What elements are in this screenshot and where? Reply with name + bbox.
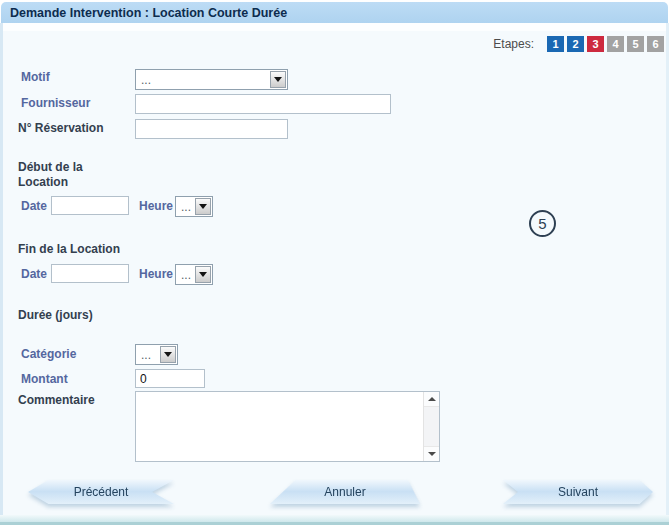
fournisseur-input[interactable] bbox=[135, 94, 391, 114]
motif-select[interactable]: ... bbox=[135, 69, 288, 90]
commentaire-scrollbar[interactable] bbox=[423, 392, 439, 461]
debut-heure-select[interactable]: ... bbox=[175, 196, 213, 217]
fournisseur-label: Fournisseur bbox=[21, 96, 90, 111]
dialog-demande-intervention: Demande Intervention : Location Courte D… bbox=[0, 0, 669, 525]
suivant-button-wrap: Suivant bbox=[503, 480, 653, 504]
categorie-select[interactable]: ... bbox=[135, 344, 178, 365]
scroll-up-icon bbox=[428, 397, 436, 401]
step-indicator-5: 5 bbox=[627, 36, 644, 52]
motif-select-value: ... bbox=[141, 73, 151, 87]
step-indicator-1: 1 bbox=[547, 36, 564, 52]
chevron-down-icon bbox=[199, 272, 207, 277]
scroll-down-icon bbox=[428, 452, 436, 456]
title-bar: Demande Intervention : Location Courte D… bbox=[1, 2, 668, 23]
suivant-button[interactable]: Suivant bbox=[503, 480, 653, 504]
annuler-button-wrap: Annuler bbox=[270, 480, 420, 504]
reservation-label: N° Réservation bbox=[18, 121, 104, 136]
debut-heure-select-value: ... bbox=[181, 200, 191, 214]
categorie-select-value: ... bbox=[141, 348, 151, 362]
fin-heure-label: Heure bbox=[139, 267, 173, 282]
panel-left-border bbox=[0, 23, 3, 517]
step-indicator-6: 6 bbox=[647, 36, 664, 52]
debut-heure-dropdown-button[interactable] bbox=[195, 198, 211, 215]
fin-heure-dropdown-button[interactable] bbox=[195, 266, 211, 283]
categorie-dropdown-button[interactable] bbox=[160, 346, 176, 363]
montant-label: Montant bbox=[21, 372, 68, 387]
annotation-circle-5: 5 bbox=[529, 210, 556, 237]
annuler-button[interactable]: Annuler bbox=[270, 480, 420, 504]
fin-section-label: Fin de la Location bbox=[18, 242, 120, 257]
wizard-steps: Etapes: 1 2 3 4 5 6 bbox=[493, 36, 664, 52]
scroll-down-button[interactable] bbox=[424, 446, 439, 461]
montant-input[interactable] bbox=[135, 369, 205, 388]
chevron-down-icon bbox=[199, 204, 207, 209]
fin-date-label: Date bbox=[21, 267, 47, 282]
header-divider bbox=[1, 23, 668, 31]
motif-dropdown-button[interactable] bbox=[270, 71, 286, 88]
debut-section-label: Début de la Location bbox=[18, 160, 104, 189]
step-indicator-3: 3 bbox=[587, 36, 604, 52]
fin-date-input[interactable] bbox=[51, 264, 129, 283]
page-title: Demande Intervention : Location Courte D… bbox=[10, 6, 287, 20]
precedent-button-wrap: Précédent bbox=[28, 480, 174, 504]
motif-label: Motif bbox=[21, 70, 50, 85]
fin-heure-select-value: ... bbox=[181, 268, 191, 282]
debut-heure-label: Heure bbox=[139, 199, 173, 214]
fin-heure-select[interactable]: ... bbox=[175, 264, 213, 285]
commentaire-field bbox=[135, 391, 440, 462]
chevron-down-icon bbox=[274, 77, 282, 82]
categorie-label: Catégorie bbox=[21, 347, 76, 362]
commentaire-textarea[interactable] bbox=[136, 392, 423, 461]
duree-label: Durée (jours) bbox=[18, 308, 93, 323]
debut-date-label: Date bbox=[21, 199, 47, 214]
reservation-input[interactable] bbox=[135, 119, 288, 139]
scroll-up-button[interactable] bbox=[424, 392, 439, 407]
step-indicator-2: 2 bbox=[567, 36, 584, 52]
debut-date-input[interactable] bbox=[51, 196, 129, 215]
panel-bottom-strip bbox=[0, 515, 669, 525]
step-indicator-4: 4 bbox=[607, 36, 624, 52]
commentaire-label: Commentaire bbox=[18, 393, 95, 408]
precedent-button[interactable]: Précédent bbox=[28, 480, 174, 504]
chevron-down-icon bbox=[164, 352, 172, 357]
steps-label: Etapes: bbox=[493, 37, 534, 51]
